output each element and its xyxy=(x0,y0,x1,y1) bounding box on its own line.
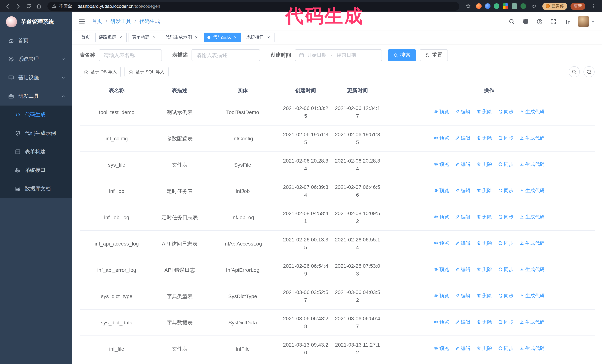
action-generate-link[interactable]: 生成代码 xyxy=(519,345,545,352)
table-desc-input[interactable] xyxy=(192,49,260,61)
sidebar-item-infrastructure[interactable]: 基础设施 xyxy=(0,69,72,87)
action-sync-link[interactable]: 同步 xyxy=(498,213,514,220)
search-button[interactable]: 搜索 xyxy=(388,49,416,61)
action-delete-link[interactable]: 删除 xyxy=(476,318,492,326)
extension-icon[interactable] xyxy=(503,3,508,9)
reload-icon[interactable] xyxy=(24,1,33,11)
help-icon[interactable] xyxy=(537,18,543,25)
sidebar-item-codegen-example[interactable]: 代码生成示例 xyxy=(0,124,72,143)
bookmark-star-icon[interactable] xyxy=(463,1,473,11)
action-sync-link[interactable]: 同步 xyxy=(498,292,514,299)
action-edit-link[interactable]: 编辑 xyxy=(455,345,471,352)
action-generate-link[interactable]: 生成代码 xyxy=(519,161,545,168)
action-preview-link[interactable]: 预览 xyxy=(433,213,449,220)
tab-codegen[interactable]: 代码生成× xyxy=(204,32,241,42)
action-sync-link[interactable]: 同步 xyxy=(498,239,514,247)
toggle-search-icon[interactable] xyxy=(569,66,580,77)
address-bar[interactable]: 不安全 dashboard.yudao.iocoder.cn/tool/code… xyxy=(47,2,459,10)
import-sql-button[interactable]: 基于 SQL 导入 xyxy=(125,67,168,77)
action-preview-link[interactable]: 预览 xyxy=(433,135,449,142)
action-preview-link[interactable]: 预览 xyxy=(433,187,449,194)
back-icon[interactable] xyxy=(3,1,13,11)
extension-icon[interactable] xyxy=(485,3,491,9)
action-generate-link[interactable]: 生成代码 xyxy=(519,187,545,194)
font-size-icon[interactable] xyxy=(564,18,570,25)
home-icon[interactable] xyxy=(34,1,44,11)
action-generate-link[interactable]: 生成代码 xyxy=(519,318,545,326)
extension-icon[interactable] xyxy=(494,3,499,9)
sidebar-item-home[interactable]: 首页 xyxy=(0,31,72,50)
paused-badge[interactable]: 已暂停 xyxy=(542,2,567,10)
update-button[interactable]: 更新 xyxy=(570,2,585,10)
logo[interactable]: 芋道管理系统 xyxy=(0,12,72,31)
action-edit-link[interactable]: 编辑 xyxy=(455,292,471,299)
table-name-input[interactable] xyxy=(99,49,162,61)
fullscreen-icon[interactable] xyxy=(550,18,556,25)
tab-home[interactable]: 首页 xyxy=(78,32,93,42)
action-delete-link[interactable]: 删除 xyxy=(476,135,492,142)
action-edit-link[interactable]: 编辑 xyxy=(455,213,471,220)
action-preview-link[interactable]: 预览 xyxy=(433,292,449,299)
close-icon[interactable]: × xyxy=(266,35,271,40)
sidebar-item-db-docs[interactable]: 数据库文档 xyxy=(0,180,72,198)
action-edit-link[interactable]: 编辑 xyxy=(455,135,471,142)
tab-form-builder[interactable]: 表单构建× xyxy=(129,32,160,42)
close-icon[interactable]: × xyxy=(118,35,123,40)
action-generate-link[interactable]: 生成代码 xyxy=(519,292,545,299)
action-sync-link[interactable]: 同步 xyxy=(498,135,514,142)
extension-icon[interactable] xyxy=(512,3,517,9)
kebab-menu-icon[interactable] xyxy=(589,1,598,11)
action-sync-link[interactable]: 同步 xyxy=(498,161,514,168)
date-range-picker[interactable]: 开始日期 - 结束日期 xyxy=(295,49,382,61)
search-icon[interactable] xyxy=(509,18,515,25)
tab-codegen-example[interactable]: 代码生成示例× xyxy=(162,32,202,42)
action-preview-link[interactable]: 预览 xyxy=(433,318,449,326)
sidebar-item-system[interactable]: 系统管理 xyxy=(0,50,72,69)
breadcrumb-home[interactable]: 首页 xyxy=(92,18,102,25)
action-generate-link[interactable]: 生成代码 xyxy=(519,266,545,273)
action-delete-link[interactable]: 删除 xyxy=(476,108,492,115)
action-delete-link[interactable]: 删除 xyxy=(476,213,492,220)
breadcrumb-devtools[interactable]: 研发工具 xyxy=(110,18,131,25)
sidebar-item-devtools[interactable]: 研发工具 xyxy=(0,87,72,105)
sidebar-item-system-api[interactable]: 系统接口 xyxy=(0,161,72,180)
action-edit-link[interactable]: 编辑 xyxy=(455,266,471,273)
action-delete-link[interactable]: 删除 xyxy=(476,266,492,273)
action-edit-link[interactable]: 编辑 xyxy=(455,161,471,168)
action-sync-link[interactable]: 同步 xyxy=(498,318,514,326)
close-icon[interactable]: × xyxy=(194,35,199,40)
action-edit-link[interactable]: 编辑 xyxy=(455,239,471,247)
refresh-table-icon[interactable] xyxy=(583,66,595,77)
sidebar-item-codegen[interactable]: 代码生成 xyxy=(0,105,72,124)
reset-button[interactable]: 重置 xyxy=(420,49,448,61)
action-delete-link[interactable]: 删除 xyxy=(476,292,492,299)
tab-system-api[interactable]: 系统接口× xyxy=(243,32,275,42)
action-delete-link[interactable]: 删除 xyxy=(476,239,492,247)
import-db-button[interactable]: 基于 DB 导入 xyxy=(80,67,121,77)
action-edit-link[interactable]: 编辑 xyxy=(455,318,471,326)
action-generate-link[interactable]: 生成代码 xyxy=(519,239,545,247)
sidebar-item-form-builder[interactable]: 表单构建 xyxy=(0,143,72,161)
action-sync-link[interactable]: 同步 xyxy=(498,345,514,352)
action-delete-link[interactable]: 删除 xyxy=(476,345,492,352)
action-edit-link[interactable]: 编辑 xyxy=(455,187,471,194)
close-icon[interactable]: × xyxy=(233,35,238,40)
action-preview-link[interactable]: 预览 xyxy=(433,161,449,168)
action-delete-link[interactable]: 删除 xyxy=(476,187,492,194)
extension-icon[interactable] xyxy=(476,3,482,9)
action-sync-link[interactable]: 同步 xyxy=(498,108,514,115)
extensions-puzzle-icon[interactable] xyxy=(529,1,539,11)
user-menu[interactable] xyxy=(578,16,595,27)
action-sync-link[interactable]: 同步 xyxy=(498,266,514,273)
forward-icon[interactable] xyxy=(13,1,23,11)
action-preview-link[interactable]: 预览 xyxy=(433,266,449,273)
action-delete-link[interactable]: 删除 xyxy=(476,161,492,168)
close-icon[interactable]: × xyxy=(151,35,157,40)
action-sync-link[interactable]: 同步 xyxy=(498,187,514,194)
extension-icon[interactable] xyxy=(520,3,526,9)
action-generate-link[interactable]: 生成代码 xyxy=(519,135,545,142)
hamburger-icon[interactable] xyxy=(78,17,86,26)
action-preview-link[interactable]: 预览 xyxy=(433,108,449,115)
action-preview-link[interactable]: 预览 xyxy=(433,345,449,352)
action-generate-link[interactable]: 生成代码 xyxy=(519,108,545,115)
